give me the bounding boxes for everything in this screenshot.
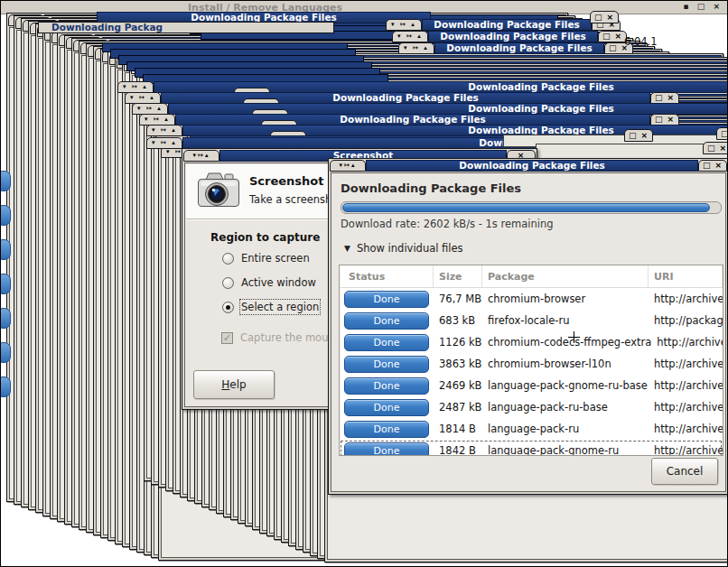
done-badge-fragment (0, 171, 11, 191)
done-badge-fragment (0, 239, 11, 260)
download-progress-fill (342, 203, 710, 212)
radio-option-select-a-region[interactable]: Select a region (222, 301, 319, 313)
window-title-bar[interactable]: Downloading Package Files (434, 42, 604, 54)
window-tab-fragment[interactable]: □ × (716, 127, 728, 140)
download-dialog-body: Downloading Package Files Download rate:… (331, 172, 726, 492)
expander-label[interactable]: Show individual files (357, 242, 463, 255)
radio-label[interactable]: Entire screen (241, 252, 310, 265)
cascade-window: ▾ ↦ ▴Downloading Package Files□ × (397, 42, 634, 56)
status-done-badge: Done (344, 291, 429, 308)
cancel-button[interactable]: Cancel (651, 458, 718, 485)
window-tab-fragment[interactable]: □ × (590, 11, 619, 23)
download-heading: Downloading Package Files (341, 181, 521, 195)
table-row[interactable]: Done76,7 MBchromium-browserhttp://archiv… (340, 288, 723, 310)
radio-label[interactable]: Active window (241, 276, 316, 289)
version-text-fragment: 6.04.1 (624, 35, 658, 48)
window-title: Downloading Package Files (446, 42, 593, 53)
capture-mouse-row: Capture the mous (221, 331, 333, 344)
package-cell: chromium-browser-l10n (482, 358, 649, 370)
expander-arrow-icon[interactable]: ▼ (344, 244, 350, 253)
capture-mouse-label: Capture the mous (240, 331, 333, 344)
maximize-icon[interactable]: □ (703, 162, 712, 170)
window-close-tab[interactable]: □ × (716, 127, 728, 140)
table-row[interactable]: Done1126 kBchromium-codecs-ffmpeg-extrah… (340, 331, 723, 353)
size-cell: 683 kB (434, 314, 482, 327)
window-close-tab[interactable]: □ × (703, 142, 728, 154)
radio-option-entire-screen[interactable]: Entire screen (222, 252, 310, 265)
download-progress-bar (341, 201, 722, 214)
window-titlebar[interactable]: Downloading Packag (38, 22, 334, 33)
package-cell: chromium-browser (482, 293, 649, 305)
window-close-tab[interactable]: □ × (698, 160, 727, 172)
uri-cell: http://archive.u (649, 379, 723, 392)
raise-icon[interactable]: ▴ (351, 163, 357, 169)
table-body: Done76,7 MBchromium-browserhttp://archiv… (340, 288, 723, 456)
uri-cell: http://archive.u (649, 293, 723, 305)
screenshot-subtitle: Take a screensh (249, 193, 331, 206)
radio-icon[interactable] (222, 277, 234, 289)
window-tab-fragment[interactable]: □ × (703, 142, 728, 154)
uri-cell: http://archive. (649, 444, 723, 456)
package-cell: language-pack-ru (482, 423, 649, 435)
status-cell: Done (340, 312, 434, 330)
size-cell: 1842 B (434, 444, 482, 456)
status-done-badge: Done (344, 334, 429, 351)
size-cell: 2469 kB (434, 379, 482, 392)
status-done-badge: Done (344, 421, 429, 438)
window-controls-tab[interactable]: ▾ ↦ ▴ (398, 42, 434, 54)
size-cell: 2487 kB (434, 401, 482, 414)
size-cell: 1126 kB (434, 336, 482, 349)
checkbox-checked-icon (221, 332, 233, 344)
help-button[interactable]: Help (193, 370, 275, 399)
radio-icon[interactable] (222, 253, 234, 265)
stick-icon[interactable]: ↦ (344, 163, 351, 169)
column-header-size[interactable]: Size (434, 265, 482, 287)
done-badge-fragment (0, 376, 11, 397)
close-icon[interactable]: × (715, 162, 723, 170)
stick-icon[interactable]: ↦ (198, 153, 205, 159)
column-header-status[interactable]: Status (340, 265, 434, 287)
window-title-bar[interactable]: Downloading Packag (38, 22, 334, 33)
radio-option-active-window[interactable]: Active window (222, 276, 316, 289)
screenshot-heading: Screenshot (249, 174, 324, 188)
window-tab-fragment[interactable]: □ × (624, 129, 653, 142)
status-cell: Done (340, 421, 434, 438)
radio-label[interactable]: Select a region (241, 301, 319, 313)
table-row[interactable]: Done1814 Blanguage-pack-ruhttp://archive… (340, 418, 723, 440)
show-individual-files-expander[interactable]: ▼ Show individual files (344, 242, 463, 255)
raise-icon[interactable]: ▴ (205, 153, 210, 159)
window-controls-tab[interactable]: ▾↦▴ (330, 160, 366, 172)
size-cell: 76,7 MB (434, 293, 482, 305)
column-header-uri[interactable]: URI (649, 265, 723, 287)
done-badge-fragment (0, 274, 11, 294)
window-controls-tab[interactable]: ▾ ↦ ▴ (146, 137, 182, 149)
window-title[interactable]: Downloading Package Files (366, 160, 698, 172)
status-done-badge: Done (344, 377, 429, 395)
window-title: Downloading Package Files (434, 19, 580, 30)
uri-cell: http://archive.u (651, 336, 723, 349)
status-cell: Done (340, 442, 434, 457)
table-row[interactable]: Done683 kBfirefox-locale-ruhttp://packag… (340, 310, 723, 331)
status-cell: Done (340, 377, 434, 395)
window-controls-tab[interactable]: ▾↦▴ (183, 150, 219, 162)
window-titlebar[interactable]: ▾ ↦ ▴Downloading Package Files□ × (398, 42, 633, 54)
table-row[interactable]: Done2469 kBlanguage-pack-gnome-ru-baseht… (340, 375, 723, 396)
table-row[interactable]: Done3863 kBchromium-browser-l10nhttp://a… (340, 353, 723, 375)
window-title: Downloading Packag (51, 22, 163, 33)
window-close-tab[interactable]: □ × (590, 11, 619, 23)
crosshair-cursor-icon (568, 331, 580, 343)
region-section-label: Region to capture (210, 231, 320, 244)
window-close-tab[interactable]: □ × (624, 129, 653, 142)
column-header-package[interactable]: Package (482, 265, 649, 287)
download-dialog: ▾↦▴ Downloading Package Files □ × Downlo… (328, 158, 728, 495)
radio-icon[interactable] (222, 302, 234, 313)
uri-cell: http://archive.u (649, 401, 723, 414)
window-titlebar[interactable]: ▾↦▴ Downloading Package Files □ × (330, 160, 727, 172)
table-row[interactable]: Done2487 kBlanguage-pack-ru-basehttp://a… (340, 396, 723, 418)
done-badge-fragment (0, 205, 11, 226)
table-row[interactable]: Done1842 Blanguage-pack-gnome-ruhttp://a… (340, 440, 723, 456)
uri-cell: http://archive.u (649, 358, 723, 370)
status-cell: Done (340, 399, 434, 416)
status-done-badge: Done (344, 399, 429, 416)
package-cell: language-pack-gnome-ru (482, 444, 649, 456)
